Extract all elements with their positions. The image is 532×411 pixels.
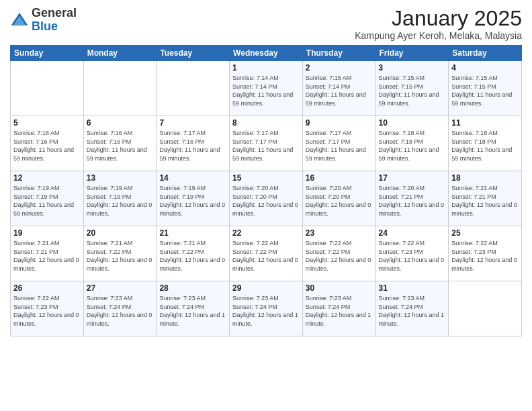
day-header-thursday: Thursday	[302, 46, 375, 61]
day-info: Sunrise: 7:19 AM Sunset: 7:19 PM Dayligh…	[13, 184, 81, 218]
day-info: Sunrise: 7:22 AM Sunset: 7:22 PM Dayligh…	[306, 239, 373, 273]
day-info: Sunrise: 7:21 AM Sunset: 7:22 PM Dayligh…	[87, 239, 154, 273]
day-number: 18	[451, 173, 519, 183]
calendar-cell: 13Sunrise: 7:19 AM Sunset: 7:19 PM Dayli…	[83, 171, 157, 226]
day-info: Sunrise: 7:16 AM Sunset: 7:16 PM Dayligh…	[13, 129, 81, 163]
calendar-cell: 11Sunrise: 7:18 AM Sunset: 7:18 PM Dayli…	[449, 116, 522, 171]
day-info: Sunrise: 7:20 AM Sunset: 7:20 PM Dayligh…	[232, 184, 300, 218]
logo: General Blue	[10, 7, 77, 34]
location: Kampung Ayer Keroh, Melaka, Malaysia	[355, 30, 522, 41]
calendar-cell	[83, 61, 157, 116]
day-info: Sunrise: 7:21 AM Sunset: 7:22 PM Dayligh…	[159, 239, 226, 273]
day-number: 1	[232, 63, 300, 73]
day-number: 7	[159, 118, 226, 128]
day-number: 27	[87, 283, 154, 293]
title-block: January 2025 Kampung Ayer Keroh, Melaka,…	[355, 7, 522, 41]
day-header-tuesday: Tuesday	[157, 46, 230, 61]
day-number: 15	[232, 173, 300, 183]
day-number: 14	[159, 173, 226, 183]
day-number: 8	[232, 118, 300, 128]
day-number: 11	[451, 118, 519, 128]
day-info: Sunrise: 7:19 AM Sunset: 7:19 PM Dayligh…	[159, 184, 226, 218]
calendar-cell: 27Sunrise: 7:23 AM Sunset: 7:24 PM Dayli…	[83, 281, 157, 336]
calendar-cell: 8Sunrise: 7:17 AM Sunset: 7:17 PM Daylig…	[230, 116, 303, 171]
day-info: Sunrise: 7:22 AM Sunset: 7:22 PM Dayligh…	[232, 239, 300, 273]
logo-icon	[10, 11, 29, 30]
calendar-cell: 16Sunrise: 7:20 AM Sunset: 7:20 PM Dayli…	[302, 171, 375, 226]
day-number: 28	[159, 283, 226, 293]
day-number: 21	[159, 228, 226, 238]
day-number: 5	[13, 118, 81, 128]
calendar-cell: 30Sunrise: 7:23 AM Sunset: 7:24 PM Dayli…	[302, 281, 375, 336]
day-number: 25	[451, 228, 519, 238]
day-header-wednesday: Wednesday	[230, 46, 303, 61]
day-number: 30	[306, 283, 373, 293]
day-number: 10	[379, 118, 446, 128]
day-info: Sunrise: 7:15 AM Sunset: 7:14 PM Dayligh…	[306, 74, 373, 107]
day-info: Sunrise: 7:17 AM Sunset: 7:17 PM Dayligh…	[232, 129, 300, 163]
calendar-cell: 3Sunrise: 7:15 AM Sunset: 7:15 PM Daylig…	[375, 61, 449, 116]
calendar-cell: 15Sunrise: 7:20 AM Sunset: 7:20 PM Dayli…	[230, 171, 303, 226]
day-header-saturday: Saturday	[449, 46, 522, 61]
day-info: Sunrise: 7:22 AM Sunset: 7:23 PM Dayligh…	[379, 239, 446, 273]
header: General Blue January 2025 Kampung Ayer K…	[10, 7, 522, 41]
calendar-header-row: SundayMondayTuesdayWednesdayThursdayFrid…	[11, 46, 522, 61]
calendar-cell: 21Sunrise: 7:21 AM Sunset: 7:22 PM Dayli…	[157, 226, 230, 281]
calendar-cell: 18Sunrise: 7:21 AM Sunset: 7:21 PM Dayli…	[449, 171, 522, 226]
day-info: Sunrise: 7:17 AM Sunset: 7:17 PM Dayligh…	[306, 129, 373, 163]
day-info: Sunrise: 7:15 AM Sunset: 7:15 PM Dayligh…	[379, 74, 446, 107]
calendar-week-row: 19Sunrise: 7:21 AM Sunset: 7:21 PM Dayli…	[11, 226, 522, 281]
calendar-cell: 20Sunrise: 7:21 AM Sunset: 7:22 PM Dayli…	[83, 226, 157, 281]
calendar-cell: 29Sunrise: 7:23 AM Sunset: 7:24 PM Dayli…	[230, 281, 303, 336]
day-info: Sunrise: 7:23 AM Sunset: 7:24 PM Dayligh…	[159, 294, 226, 328]
calendar-cell: 2Sunrise: 7:15 AM Sunset: 7:14 PM Daylig…	[302, 61, 375, 116]
day-info: Sunrise: 7:15 AM Sunset: 7:15 PM Dayligh…	[451, 74, 519, 107]
day-number: 6	[87, 118, 154, 128]
calendar-cell: 14Sunrise: 7:19 AM Sunset: 7:19 PM Dayli…	[157, 171, 230, 226]
logo-general: General	[32, 6, 77, 19]
calendar-cell: 17Sunrise: 7:20 AM Sunset: 7:21 PM Dayli…	[375, 171, 449, 226]
calendar-cell: 22Sunrise: 7:22 AM Sunset: 7:22 PM Dayli…	[230, 226, 303, 281]
day-number: 20	[87, 228, 154, 238]
month-title: January 2025	[355, 7, 522, 30]
calendar-cell: 28Sunrise: 7:23 AM Sunset: 7:24 PM Dayli…	[157, 281, 230, 336]
logo-text: General Blue	[32, 7, 77, 34]
day-info: Sunrise: 7:20 AM Sunset: 7:20 PM Dayligh…	[306, 184, 373, 218]
calendar-cell: 9Sunrise: 7:17 AM Sunset: 7:17 PM Daylig…	[302, 116, 375, 171]
day-number: 13	[87, 173, 154, 183]
day-info: Sunrise: 7:20 AM Sunset: 7:21 PM Dayligh…	[379, 184, 446, 218]
calendar-cell: 23Sunrise: 7:22 AM Sunset: 7:22 PM Dayli…	[302, 226, 375, 281]
day-info: Sunrise: 7:22 AM Sunset: 7:23 PM Dayligh…	[451, 239, 519, 273]
day-info: Sunrise: 7:23 AM Sunset: 7:24 PM Dayligh…	[232, 294, 300, 328]
calendar-cell	[157, 61, 230, 116]
day-info: Sunrise: 7:23 AM Sunset: 7:24 PM Dayligh…	[306, 294, 373, 328]
day-number: 4	[451, 63, 519, 73]
calendar-cell: 1Sunrise: 7:14 AM Sunset: 7:14 PM Daylig…	[230, 61, 303, 116]
calendar-week-row: 5Sunrise: 7:16 AM Sunset: 7:16 PM Daylig…	[11, 116, 522, 171]
calendar-cell: 10Sunrise: 7:18 AM Sunset: 7:18 PM Dayli…	[375, 116, 449, 171]
day-number: 3	[379, 63, 446, 73]
day-info: Sunrise: 7:21 AM Sunset: 7:21 PM Dayligh…	[451, 184, 519, 218]
day-info: Sunrise: 7:18 AM Sunset: 7:18 PM Dayligh…	[379, 129, 446, 163]
calendar-cell: 4Sunrise: 7:15 AM Sunset: 7:15 PM Daylig…	[449, 61, 522, 116]
day-number: 19	[13, 228, 81, 238]
day-info: Sunrise: 7:23 AM Sunset: 7:24 PM Dayligh…	[87, 294, 154, 328]
calendar-cell: 24Sunrise: 7:22 AM Sunset: 7:23 PM Dayli…	[375, 226, 449, 281]
calendar-table: SundayMondayTuesdayWednesdayThursdayFrid…	[10, 45, 522, 336]
calendar-cell: 26Sunrise: 7:22 AM Sunset: 7:23 PM Dayli…	[11, 281, 84, 336]
day-number: 24	[379, 228, 446, 238]
calendar-cell	[449, 281, 522, 336]
calendar-cell: 12Sunrise: 7:19 AM Sunset: 7:19 PM Dayli…	[11, 171, 84, 226]
day-info: Sunrise: 7:14 AM Sunset: 7:14 PM Dayligh…	[232, 74, 300, 107]
day-info: Sunrise: 7:16 AM Sunset: 7:16 PM Dayligh…	[87, 129, 154, 163]
day-info: Sunrise: 7:22 AM Sunset: 7:23 PM Dayligh…	[13, 294, 81, 328]
day-header-friday: Friday	[375, 46, 449, 61]
day-info: Sunrise: 7:21 AM Sunset: 7:21 PM Dayligh…	[13, 239, 81, 273]
calendar-cell: 5Sunrise: 7:16 AM Sunset: 7:16 PM Daylig…	[11, 116, 84, 171]
calendar-cell: 31Sunrise: 7:23 AM Sunset: 7:24 PM Dayli…	[375, 281, 449, 336]
day-number: 17	[379, 173, 446, 183]
calendar-week-row: 26Sunrise: 7:22 AM Sunset: 7:23 PM Dayli…	[11, 281, 522, 336]
day-header-sunday: Sunday	[11, 46, 84, 61]
day-number: 22	[232, 228, 300, 238]
day-number: 16	[306, 173, 373, 183]
